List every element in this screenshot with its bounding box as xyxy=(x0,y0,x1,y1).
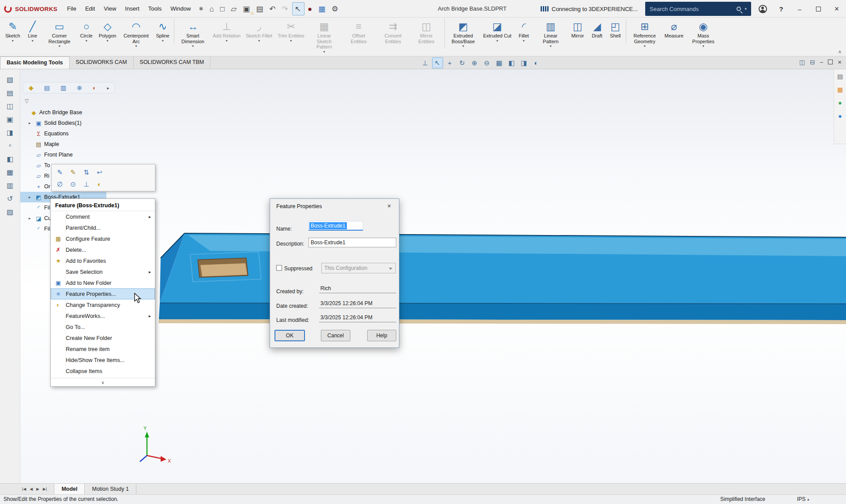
ribbon-tool-button[interactable]: ▭ Corner Rectangle ▾ xyxy=(42,19,77,49)
menu-item-rename-tree-item[interactable]: Rename tree item ▸ xyxy=(51,343,155,355)
configuration-dropdown[interactable]: This Configuration xyxy=(321,263,396,273)
tab-motion-study-1[interactable]: Motion Study 1 xyxy=(85,484,136,494)
left-toolbar-icon[interactable]: ◫ xyxy=(0,99,20,112)
left-toolbar-icon[interactable]: ▣ xyxy=(0,112,20,126)
name-input[interactable]: Boss-Extrude1 xyxy=(308,221,363,231)
ribbon-tool-button[interactable]: ▥ Linear Pattern ▾ xyxy=(534,19,568,49)
menu-tools[interactable]: Tools xyxy=(144,0,166,18)
menu-edit[interactable]: Edit xyxy=(81,0,99,18)
menu-item-go-to[interactable]: Go To... ▸ xyxy=(51,321,155,332)
ribbon-tool-button[interactable]: ◞ Sketch Fillet ▾ xyxy=(243,19,275,43)
print-icon[interactable]: ▤ xyxy=(254,2,266,15)
feature-tree-item[interactable]: ▸ ▤ Maple xyxy=(20,139,64,149)
left-toolbar-icon[interactable]: ▤ xyxy=(0,86,20,99)
edit-feature-icon[interactable]: ✎ xyxy=(53,166,67,178)
ribbon-tool-button[interactable]: ✎ Sketch ▾ xyxy=(3,19,23,43)
ribbon-tool-button[interactable]: ◇ Polygon ▾ xyxy=(96,19,119,43)
ribbon-tool-button[interactable]: ◠ Centerpoint Arc ▾ xyxy=(119,19,153,49)
ribbon-tool-button[interactable]: ◉ Mass Properties ▾ xyxy=(686,19,721,49)
ribbon-tool-button[interactable]: ∿ Spline ▾ xyxy=(153,19,174,43)
left-toolbar-icon[interactable]: ▧ xyxy=(0,73,20,86)
ribbon-tool-button[interactable]: ◪ Extruded Cut ▾ xyxy=(481,19,514,43)
search-icon[interactable] xyxy=(737,7,741,11)
ribbon-tool-button[interactable]: ⊞ Reference Geometry ▾ xyxy=(628,19,662,49)
first-tab-icon[interactable]: |◀ xyxy=(22,487,26,491)
left-toolbar-icon[interactable]: ▦ xyxy=(0,165,20,179)
menu-item-add-to-favorites[interactable]: ★ Add to Favorites ▸ xyxy=(51,255,155,266)
expand-arrow-icon[interactable]: ▸ xyxy=(29,195,34,199)
feature-tree-item[interactable]: ▸ ▱ Front Plane xyxy=(20,149,78,160)
left-toolbar-icon[interactable]: ↺ xyxy=(0,192,20,205)
menu-window[interactable]: Window xyxy=(166,0,195,18)
zoom-in-out-icon[interactable]: ⊕ xyxy=(469,57,480,68)
menu-item-featureworks[interactable]: FeatureWorks... ▸ xyxy=(51,310,155,321)
left-toolbar-icon[interactable]: ▨ xyxy=(0,205,20,218)
menu-item-save-selection[interactable]: Save Selection ▸ xyxy=(51,266,155,277)
open-document-icon[interactable]: ▱ xyxy=(229,2,240,15)
description-input[interactable]: Boss-Extrude1 xyxy=(308,238,396,247)
ok-button[interactable]: OK xyxy=(274,330,305,341)
new-document-icon[interactable]: □ xyxy=(218,2,228,15)
select-arrow-icon[interactable]: ↖ xyxy=(292,2,305,15)
feature-tree-item[interactable]: ▸ ▱ Ri xyxy=(20,171,55,181)
taskpane-resources-icon[interactable]: ▤ xyxy=(837,73,843,80)
tab-solidworks-cam-tbm[interactable]: SOLIDWORKS CAM TBM xyxy=(134,56,211,69)
split-pane-horizontal-icon[interactable]: ⊟ xyxy=(810,59,815,66)
menu-item-create-new-folder[interactable]: Create New Folder ▸ xyxy=(51,332,155,343)
dimxpertmanager-tab-icon[interactable]: ⊕ xyxy=(77,84,82,91)
tab-basic-modeling-tools[interactable]: Basic Modeling Tools xyxy=(0,56,70,69)
left-toolbar-icon[interactable]: ▥ xyxy=(0,179,20,192)
ribbon-tool-button[interactable]: ↔ Smart Dimension ▾ xyxy=(176,19,210,49)
menu-expand-button[interactable]: ∨ xyxy=(51,378,155,386)
ribbon-tool-button[interactable]: ╱ Line ▾ xyxy=(23,19,42,43)
hide-icon[interactable]: ∅ xyxy=(53,178,67,190)
model-pocket-floor[interactable] xyxy=(200,263,247,276)
menu-item-comment[interactable]: Comment ▸ xyxy=(51,211,155,222)
menu-item-configure-feature[interactable]: ▦ Configure Feature ▸ xyxy=(51,233,155,244)
user-account-button[interactable] xyxy=(753,0,772,18)
minimize-button[interactable]: – xyxy=(790,0,809,18)
menu-item-hide-show-tree-items[interactable]: Hide/Show Tree Items... ▸ xyxy=(51,355,155,366)
ribbon-tool-button[interactable]: ◰ Shell ▾ xyxy=(607,19,626,43)
undo-icon[interactable]: ↶ xyxy=(267,2,278,15)
cancel-button[interactable]: Cancel xyxy=(321,330,350,341)
search-commands-box[interactable]: Search Commands ▾ xyxy=(645,2,751,16)
menu-file[interactable]: File xyxy=(63,0,81,18)
expand-arrow-icon[interactable]: ▸ xyxy=(29,216,34,220)
model-front-face[interactable] xyxy=(159,303,846,320)
taskpane-blue-sphere-icon[interactable]: ● xyxy=(838,112,842,119)
unit-system-selector[interactable]: IPS ▴ xyxy=(797,496,809,502)
expand-arrow-icon[interactable]: ▸ xyxy=(29,121,34,125)
appearance-icon[interactable]: ◐ xyxy=(93,178,106,190)
tree-filter-row[interactable]: ▽ xyxy=(25,97,29,105)
close-button[interactable]: × xyxy=(827,0,846,18)
rollback-icon[interactable]: ↩ xyxy=(93,166,106,178)
taskpane-green-sphere-icon[interactable]: ● xyxy=(838,99,842,106)
select-cursor-icon[interactable]: ↖ xyxy=(432,57,443,68)
edit-sketch-icon[interactable]: ✎ xyxy=(67,166,80,178)
suppressed-checkbox[interactable] xyxy=(276,265,282,271)
tab-model[interactable]: Model xyxy=(54,484,85,494)
collapse-ribbon-icon[interactable]: ∧ xyxy=(838,49,842,55)
zoom-to-selection-icon[interactable]: ⊙ xyxy=(67,178,80,190)
rotate-view-icon[interactable]: ↻ xyxy=(457,57,468,68)
ribbon-tool-button[interactable]: ✂ Trim Entities ▾ xyxy=(275,19,307,43)
view-orientation-icon[interactable]: ◧ xyxy=(506,57,517,68)
ribbon-tool-button[interactable]: ◩ Extruded Boss/Base ▾ xyxy=(446,19,481,49)
appearance-icon[interactable]: ◐ xyxy=(531,57,542,68)
ribbon-tool-button[interactable]: ○ Circle ▾ xyxy=(77,19,96,43)
home-icon[interactable]: ⌂ xyxy=(207,2,217,15)
propertymanager-tab-icon[interactable]: ▤ xyxy=(44,84,50,91)
left-toolbar-icon[interactable]: ▫ xyxy=(0,139,20,152)
menu-insert[interactable]: Insert xyxy=(120,0,144,18)
ribbon-tool-button[interactable]: ≡ Offset Entities ▾ xyxy=(342,19,376,49)
menu-item-add-to-new-folder[interactable]: ▣ Add to New Folder ▸ xyxy=(51,277,155,288)
ribbon-tool-button[interactable]: ⇉ Convert Entities ▾ xyxy=(376,19,410,49)
configurationmanager-tab-icon[interactable]: ▥ xyxy=(60,84,66,91)
chevron-down-icon[interactable]: ▾ xyxy=(744,7,747,11)
zoom-to-area-icon[interactable]: ⊖ xyxy=(481,57,493,68)
panel-tab-arrow-icon[interactable]: ▸ xyxy=(107,86,109,90)
split-pane-vertical-icon[interactable]: ◫ xyxy=(799,59,805,66)
doc-restore-button[interactable] xyxy=(828,60,833,64)
3dexperience-sphere-icon[interactable]: ● xyxy=(305,2,315,15)
